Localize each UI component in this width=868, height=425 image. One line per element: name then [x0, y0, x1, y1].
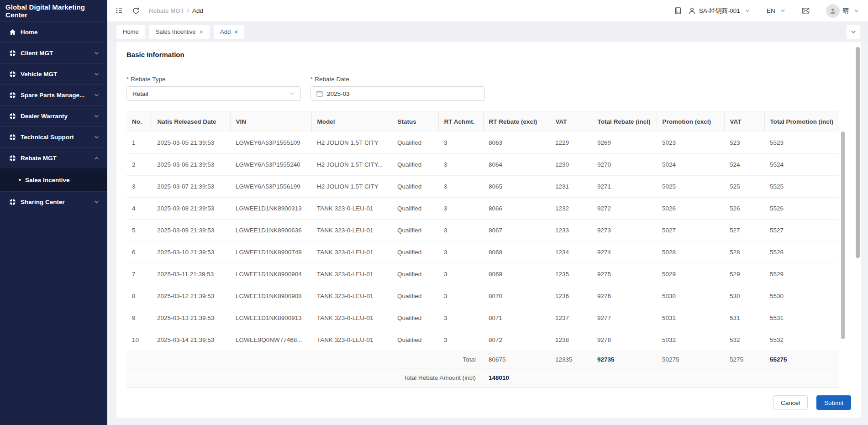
- sidebar-item-vehicle-mgt[interactable]: Vehicle MGT: [0, 63, 107, 84]
- cell-total-promotion-incl: 5525: [764, 176, 839, 198]
- cell-no: 3: [126, 176, 152, 198]
- cell-rt-rebate-excl: 8069: [483, 263, 550, 285]
- sidebar-item-rebate-mgt[interactable]: Rebate MGT: [0, 147, 107, 168]
- sidebar-item-dealer-warranty[interactable]: Dealer Warranty: [0, 105, 107, 126]
- basic-information-panel: Basic Information *Rebate Type Retail *R…: [116, 42, 861, 418]
- cell-total-rebate-incl: 9273: [592, 220, 657, 241]
- topbar-left: Rebate MGT / Add: [115, 7, 203, 15]
- breadcrumb: Rebate MGT / Add: [149, 7, 203, 14]
- form-row: *Rebate Type Retail *Rebate Date: [126, 76, 851, 101]
- cell-rt-rebate-excl: 8066: [483, 198, 550, 220]
- cell-total-promotion-incl: 5527: [764, 220, 839, 241]
- cell-total-rebate-incl: 9270: [592, 154, 657, 176]
- cell-rt-achmt: 3: [438, 220, 483, 241]
- main-area: Rebate MGT / Add SA-经销商-001 EN: [107, 0, 868, 425]
- profile-menu[interactable]: 晴: [826, 4, 859, 18]
- cell-promotion-excl: 5030: [657, 285, 724, 307]
- username-label: 晴: [843, 7, 849, 15]
- cell-model: H2 JOLION 1.5T CITY: [311, 132, 392, 154]
- cell-no: 1: [126, 132, 152, 154]
- table-row: 12025-03-05 21:39:53LGWEY6A53P1555109H2 …: [126, 132, 839, 154]
- table-scrollbar[interactable]: [841, 131, 845, 339]
- cell-status: Qualified: [392, 220, 438, 241]
- sidebar-item-sharing-center[interactable]: Sharing Center: [0, 191, 107, 212]
- cell-model: TANK 323-0-LEU-01: [311, 241, 392, 263]
- sidebar-item-label: Dealer Warranty: [21, 113, 94, 120]
- cell-rt-achmt: 3: [438, 285, 483, 307]
- chevron-down-icon: [745, 8, 750, 13]
- table-row: 72025-03-11 21:39:53LGWEE1D1NK8900904TAN…: [126, 263, 839, 285]
- cell-rt-achmt: 3: [438, 329, 483, 351]
- page-scrollbar[interactable]: [856, 47, 860, 258]
- table-row: 52025-03-09 21:39:53LGWEE1D1NK8900636TAN…: [126, 220, 839, 241]
- column-header-total-rebate-incl-8: Total Rebate (incl): [592, 111, 657, 132]
- refresh-icon[interactable]: [132, 7, 140, 15]
- column-header-promotion-excl-9: Promotion (excl): [657, 111, 724, 132]
- cell-rt-achmt: 3: [438, 307, 483, 329]
- cell-total-rebate-incl: 9275: [592, 263, 657, 285]
- total-value: 12335: [550, 351, 592, 368]
- tab-label: Add: [220, 28, 231, 35]
- cell-total-promotion-incl: 5526: [764, 198, 839, 220]
- cell-vin: LGWEY6A53P1555240: [230, 154, 311, 176]
- mail-icon[interactable]: [802, 7, 810, 15]
- cell-rt-rebate-excl: 8070: [483, 285, 550, 307]
- cell-vin: LGWEE9Q0NW77468...: [230, 329, 311, 351]
- rebate-date-value: 2025-03: [327, 90, 350, 97]
- sidebar-item-spare-parts-manage[interactable]: Spare Parts Manage...: [0, 84, 107, 105]
- sidebar-item-home[interactable]: Home: [0, 21, 107, 42]
- sidebar-subitem-sales-incentive[interactable]: •Sales Incentive: [0, 168, 107, 191]
- cell-vat: 1233: [550, 220, 592, 241]
- rebate-date-input[interactable]: 2025-03: [310, 86, 485, 101]
- cell-total-rebate-incl: 9269: [592, 132, 657, 154]
- cell-vat: 527: [724, 220, 764, 241]
- close-icon[interactable]: ×: [200, 29, 203, 35]
- column-header-vat-7: VAT: [550, 111, 592, 132]
- cell-vat: 1231: [550, 176, 592, 198]
- cell-total-rebate-incl: 9272: [592, 198, 657, 220]
- cancel-button[interactable]: Cancel: [773, 395, 808, 410]
- cell-status: Qualified: [392, 154, 438, 176]
- tab-sales-incentive[interactable]: Sales Incentive×: [149, 25, 210, 39]
- cell-natis-released-date: 2025-03-07 21:39:53: [152, 176, 230, 198]
- total-row: Total80675123359273550275527555275: [126, 351, 839, 368]
- cell-promotion-excl: 5029: [657, 263, 724, 285]
- sidebar-item-technical-support[interactable]: Technical Support: [0, 126, 107, 147]
- tab-home[interactable]: Home: [116, 25, 145, 39]
- language-selector[interactable]: EN: [767, 7, 785, 14]
- cell-rt-rebate-excl: 8071: [483, 307, 550, 329]
- cell-rt-rebate-excl: 8067: [483, 220, 550, 241]
- book-icon[interactable]: [674, 7, 682, 15]
- cell-promotion-excl: 5024: [657, 154, 724, 176]
- cell-promotion-excl: 5023: [657, 132, 724, 154]
- table-row: 22025-03-06 21:39:53LGWEY6A53P1555240H2 …: [126, 154, 839, 176]
- sidebar-item-label: Technical Support: [21, 134, 94, 141]
- cell-rt-achmt: 3: [438, 198, 483, 220]
- chevron-down-icon: [94, 114, 99, 119]
- cell-vat: 530: [724, 285, 764, 307]
- tab-overflow-button[interactable]: [847, 25, 860, 39]
- column-header-vin-2: VIN: [230, 111, 311, 132]
- tabs-container: HomeSales Incentive×Add×: [116, 25, 248, 39]
- cell-model: H2 JOLION 1.5T CITY...: [311, 154, 392, 176]
- cell-total-rebate-incl: 9276: [592, 285, 657, 307]
- cell-promotion-excl: 5027: [657, 220, 724, 241]
- cell-no: 7: [126, 263, 152, 285]
- submit-button[interactable]: Submit: [816, 395, 851, 410]
- cell-model: TANK 323-0-LEU-01: [311, 220, 392, 241]
- total-value: 80675: [483, 351, 550, 368]
- tab-add[interactable]: Add×: [214, 25, 244, 39]
- rebate-type-select[interactable]: Retail: [126, 86, 301, 101]
- collapse-menu-icon[interactable]: [115, 7, 123, 15]
- chevron-down-icon: [94, 51, 99, 56]
- dealer-account-selector[interactable]: SA-经销商-001: [688, 7, 750, 15]
- close-icon[interactable]: ×: [234, 29, 238, 35]
- cell-model: TANK 323-0-LEU-01: [311, 198, 392, 220]
- sidebar-item-client-mgt[interactable]: Client MGT: [0, 42, 107, 63]
- cell-rt-achmt: 3: [438, 263, 483, 285]
- cell-natis-released-date: 2025-03-14 21:39:53: [152, 329, 230, 351]
- cell-vat: 531: [724, 307, 764, 329]
- cell-vat: 524: [724, 154, 764, 176]
- cell-vin: LGWEE1D1NK8900636: [230, 220, 311, 241]
- cell-rt-achmt: 3: [438, 176, 483, 198]
